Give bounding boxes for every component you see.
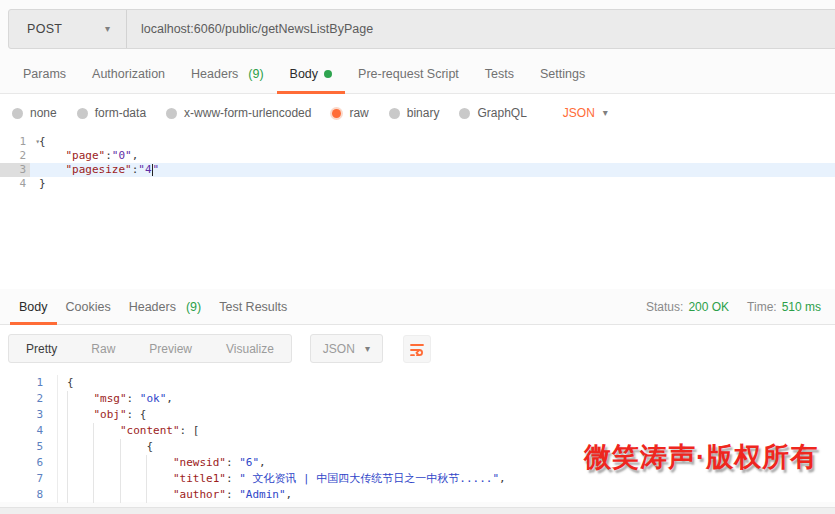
line-number: 2: [0, 149, 30, 163]
response-meta: Status: 200 OK Time: 510 ms: [646, 289, 835, 324]
radio-icon: [459, 108, 470, 119]
code-token: "0": [112, 149, 132, 163]
line-number: 2: [0, 391, 58, 407]
response-view-switcher: Pretty Raw Preview Visualize: [8, 334, 292, 363]
tab-pre-request-script[interactable]: Pre-request Script: [345, 55, 472, 93]
response-tab-body[interactable]: Body: [10, 289, 57, 324]
indent-guide: [120, 471, 146, 487]
code-line[interactable]: 7"title1": " 文化资讯 | 中国四大传统节日之一中秋节.....",: [0, 471, 835, 487]
mode-label: none: [30, 106, 57, 120]
tab-tests[interactable]: Tests: [472, 55, 527, 93]
line-number: 4: [0, 177, 30, 191]
tab-headers[interactable]: Headers(9): [178, 55, 277, 93]
response-tab-test-results[interactable]: Test Results: [210, 289, 296, 324]
code-token: :: [226, 471, 239, 487]
mode-graphql[interactable]: GraphQL: [459, 106, 526, 120]
code-token: ": [153, 163, 160, 177]
horizontal-scrollbar[interactable]: [0, 507, 835, 514]
indent-guide: [146, 471, 172, 487]
body-modified-dot-icon: [324, 70, 332, 78]
response-body-editor[interactable]: 1{2"msg": "ok",3"obj": {4"content": [5{6…: [0, 372, 835, 502]
seg-label: Preview: [149, 342, 192, 356]
view-tab-preview[interactable]: Preview: [132, 335, 209, 362]
code-content: "title1": " 文化资讯 | 中国四大传统节日之一中秋节.....",: [58, 471, 835, 487]
indent-guide: [120, 455, 146, 471]
mode-none[interactable]: none: [12, 106, 57, 120]
indent-guide: [93, 471, 119, 487]
view-tab-raw[interactable]: Raw: [74, 335, 132, 362]
code-content: "msg": "ok",: [58, 391, 835, 407]
tab-params[interactable]: Params: [10, 55, 79, 93]
code-line[interactable]: 3"pagesize":"4": [0, 163, 835, 177]
code-line[interactable]: 4"content": [: [0, 423, 835, 439]
code-line[interactable]: 5{: [0, 439, 835, 455]
request-tabs: Params Authorization Headers(9) Body Pre…: [0, 55, 835, 94]
mode-binary[interactable]: binary: [389, 106, 440, 120]
mode-form-data[interactable]: form-data: [77, 106, 146, 120]
mode-raw[interactable]: raw: [331, 106, 368, 120]
wrap-text-icon: [408, 340, 426, 358]
format-label: JSON: [323, 342, 355, 356]
request-body-editor[interactable]: 1▾{2"page":"0",3"pagesize":"4"4}: [0, 132, 835, 289]
tab-label: Pre-request Script: [358, 67, 459, 81]
response-tab-cookies[interactable]: Cookies: [57, 289, 120, 324]
view-tab-pretty[interactable]: Pretty: [9, 335, 74, 362]
code-token: " 文化资讯 | 中国四大传统节日之一中秋节.....": [239, 471, 499, 487]
indent: [39, 149, 65, 163]
mode-label: GraphQL: [477, 106, 526, 120]
code-line[interactable]: 1▾{: [0, 135, 835, 149]
tab-label: Body: [290, 67, 319, 81]
raw-format-dropdown[interactable]: JSON ▾: [563, 106, 608, 120]
body-mode-row: none form-data x-www-form-urlencoded raw…: [0, 94, 835, 132]
view-tab-visualize[interactable]: Visualize: [209, 335, 291, 362]
response-format-dropdown[interactable]: JSON ▾: [310, 334, 383, 363]
indent-guide: [120, 487, 146, 503]
code-token: :: [127, 391, 140, 407]
fold-arrow-icon[interactable]: ▾: [35, 135, 40, 149]
code-line[interactable]: 4}: [0, 177, 835, 191]
code-content: "author": "Admin",: [58, 487, 835, 503]
radio-icon: [77, 108, 88, 119]
code-token: :: [226, 487, 239, 503]
code-line[interactable]: 3"obj": {: [0, 407, 835, 423]
seg-label: Raw: [91, 342, 115, 356]
postman-app: POST ▾ localhost:6060/public/getNewsList…: [0, 0, 835, 514]
tab-authorization[interactable]: Authorization: [79, 55, 178, 93]
indent-guide: [67, 391, 93, 407]
code-line[interactable]: 1{: [0, 375, 835, 391]
tab-label: Headers: [129, 300, 176, 314]
code-content: "pagesize":"4": [30, 163, 835, 177]
code-token: :: [105, 149, 112, 163]
indent-guide: [67, 471, 93, 487]
code-line[interactable]: 6"newsid": "6",: [0, 455, 835, 471]
code-line[interactable]: 2"msg": "ok",: [0, 391, 835, 407]
response-tab-headers[interactable]: Headers(9): [120, 289, 211, 324]
code-line[interactable]: 2"page":"0",: [0, 149, 835, 163]
mode-x-www-form-urlencoded[interactable]: x-www-form-urlencoded: [166, 106, 311, 120]
tab-settings[interactable]: Settings: [527, 55, 598, 93]
line-number: 7: [0, 471, 58, 487]
mode-label: binary: [407, 106, 440, 120]
mode-label: form-data: [95, 106, 146, 120]
method-dropdown[interactable]: POST ▾: [9, 10, 127, 48]
wrap-text-button[interactable]: [403, 335, 431, 363]
code-token: ,: [499, 471, 506, 487]
headers-count: (9): [248, 67, 263, 81]
seg-label: Visualize: [226, 342, 274, 356]
code-line[interactable]: 8"author": "Admin",: [0, 487, 835, 503]
indent-guide: [67, 407, 93, 423]
code-token: ,: [286, 487, 293, 503]
tab-body[interactable]: Body: [277, 55, 346, 93]
url-input[interactable]: localhost:6060/public/getNewsListByPage: [127, 10, 835, 48]
mode-label: raw: [349, 106, 368, 120]
code-content: }: [30, 177, 835, 191]
indent: [39, 163, 65, 177]
code-content: {: [58, 439, 835, 455]
code-token: {: [146, 439, 153, 455]
indent-guide: [67, 439, 93, 455]
tab-label: Settings: [540, 67, 585, 81]
tab-label: Authorization: [92, 67, 165, 81]
code-token: "6": [239, 455, 259, 471]
response-toolbar: Pretty Raw Preview Visualize JSON ▾: [0, 325, 835, 372]
code-token: :: [226, 455, 239, 471]
